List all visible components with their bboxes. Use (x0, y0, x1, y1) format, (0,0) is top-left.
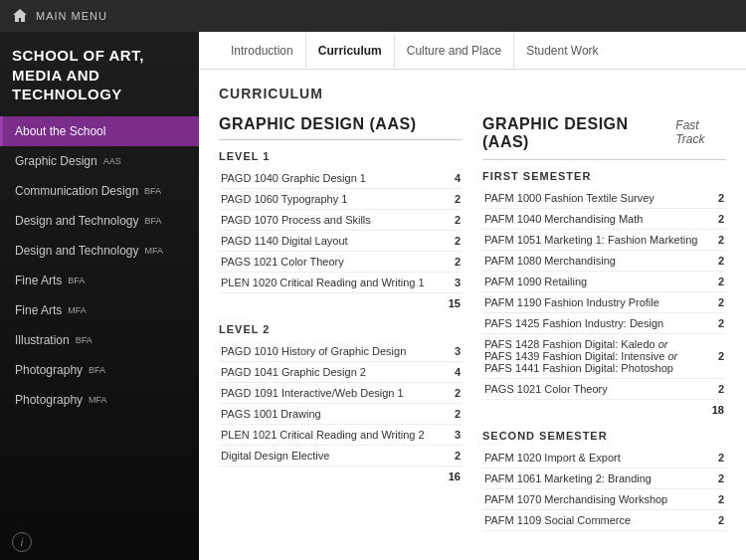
level2-total-row: 16 (219, 467, 463, 487)
tab-culture[interactable]: Culture and Place (395, 34, 514, 68)
table-row: PAFS 1425 Fashion Industry: Design 2 (482, 313, 726, 334)
sidebar-item-label: Illustration (15, 333, 70, 347)
sidebar-item-badge: BFA (89, 365, 105, 375)
table-row: PAFM 1051 Marketing 1: Fashion Marketing… (482, 230, 726, 251)
sidebar-item-design-tech-bfa[interactable]: Design and Technology BFA (0, 206, 199, 236)
level1-total-row: 15 (219, 293, 463, 314)
sidebar-item-fine-arts-mfa[interactable]: Fine Arts MFA (0, 295, 199, 325)
sidebar-item-design-tech-mfa[interactable]: Design and Technology MFA (0, 236, 199, 266)
table-row: PAFS 1428 Fashion Digital: Kaledo orPAFS… (482, 334, 726, 379)
sidebar-item-badge: BFA (76, 335, 93, 345)
table-row: PAFM 1190 Fashion Industry Profile 2 (482, 292, 726, 313)
sidebar-item-label: Photography (15, 363, 83, 377)
table-row: PAGS 1021 Color Theory 2 (219, 252, 463, 273)
table-row: PAFM 1061 Marketing 2: Branding 2 (482, 468, 726, 489)
table-row: PAGD 1091 Interactive/Web Design 1 2 (219, 383, 463, 404)
table-row: PAGD 1041 Graphic Design 2 4 (219, 362, 463, 383)
table-row: PAGS 1001 Drawing 2 (219, 404, 463, 425)
sidebar-item-label: Photography (15, 393, 83, 407)
page-content: CURRICULUM GRAPHIC DESIGN (AAS) LEVEL 1 … (199, 70, 746, 560)
sidebar-item-label: Communication Design (15, 184, 138, 198)
sidebar-item-about[interactable]: About the School (0, 116, 199, 146)
sidebar: SCHOOL OF ART, MEDIA AND TECHNOLOGY Abou… (0, 32, 199, 560)
table-row: PAGD 1060 Typography 1 2 (219, 189, 463, 210)
main-menu-button[interactable]: MAIN MENU (12, 8, 107, 24)
level2-table: PAGD 1010 History of Graphic Design 3 PA… (219, 341, 463, 486)
sidebar-info: i (0, 524, 199, 560)
sidebar-item-label: Design and Technology (15, 244, 139, 258)
top-bar: MAIN MENU (0, 0, 746, 32)
table-row: PAFM 1109 Social Commerce 2 (482, 510, 726, 531)
sidebar-item-communication-design[interactable]: Communication Design BFA (0, 176, 199, 206)
level2-title: LEVEL 2 (219, 323, 463, 335)
sidebar-item-badge: BFA (144, 186, 161, 196)
sidebar-item-illustration-bfa[interactable]: Illustration BFA (0, 325, 199, 355)
level1-title: LEVEL 1 (219, 150, 463, 162)
right-section-title: GRAPHIC DESIGN (AAS) (482, 115, 661, 151)
sidebar-nav: About the School Graphic Design AAS Comm… (0, 116, 199, 525)
school-title: SCHOOL OF ART, MEDIA AND TECHNOLOGY (0, 32, 199, 116)
table-row: PAFM 1040 Merchandising Math 2 (482, 209, 726, 230)
right-column: GRAPHIC DESIGN (AAS) Fast Track FIRST SE… (482, 115, 726, 535)
table-row: PAGD 1010 History of Graphic Design 3 (219, 341, 463, 362)
tab-bar: Introduction Curriculum Culture and Plac… (199, 32, 746, 70)
two-column-layout: GRAPHIC DESIGN (AAS) LEVEL 1 PAGD 1040 G… (219, 115, 726, 535)
table-row: PAFM 1000 Fashion Textile Survey 2 (482, 188, 726, 209)
table-row: PAGD 1040 Graphic Design 1 4 (219, 168, 463, 189)
sidebar-item-badge: BFA (145, 216, 162, 226)
table-row: PAFM 1080 Merchandising 2 (482, 251, 726, 272)
sidebar-item-badge: MFA (145, 246, 164, 256)
sidebar-item-badge: BFA (68, 276, 85, 285)
left-column: GRAPHIC DESIGN (AAS) LEVEL 1 PAGD 1040 G… (219, 115, 463, 535)
table-row: Digital Design Elective 2 (219, 446, 463, 467)
sidebar-item-label: Graphic Design (15, 154, 97, 168)
semester2-title: SECOND SEMESTER (482, 430, 726, 442)
tab-introduction[interactable]: Introduction (219, 34, 306, 68)
sidebar-item-photography-bfa[interactable]: Photography BFA (0, 355, 199, 385)
sidebar-item-badge: MFA (68, 305, 87, 315)
page-title: CURRICULUM (219, 86, 726, 101)
sidebar-item-badge: MFA (89, 395, 107, 405)
info-icon[interactable]: i (12, 532, 32, 552)
table-row: PAFM 1070 Merchandising Workshop 2 (482, 489, 726, 510)
table-row: PAGD 1140 Digital Layout 2 (219, 231, 463, 252)
sidebar-item-badge: AAS (103, 156, 121, 166)
content-area: Introduction Curriculum Culture and Plac… (199, 32, 746, 560)
table-row: PLEN 1020 Critical Reading and Writing 1… (219, 273, 463, 293)
tab-student-work[interactable]: Student Work (514, 34, 610, 68)
table-row: PAFM 1020 Import & Export 2 (482, 448, 726, 468)
sidebar-item-label: Design and Technology (15, 214, 139, 228)
right-section-subtitle: Fast Track (675, 118, 726, 146)
sidebar-item-graphic-design[interactable]: Graphic Design AAS (0, 146, 199, 176)
table-row: PLEN 1021 Critical Reading and Writing 2… (219, 425, 463, 446)
main-menu-label: MAIN MENU (36, 10, 107, 22)
sidebar-item-fine-arts-bfa[interactable]: Fine Arts BFA (0, 266, 199, 295)
semester1-title: FIRST SEMESTER (482, 170, 726, 182)
main-area: SCHOOL OF ART, MEDIA AND TECHNOLOGY Abou… (0, 32, 746, 560)
table-row: PAFM 1090 Retailing 2 (482, 272, 726, 292)
tab-curriculum[interactable]: Curriculum (306, 34, 395, 68)
sidebar-item-label: Fine Arts (15, 303, 62, 317)
section-divider (219, 139, 463, 140)
level1-table: PAGD 1040 Graphic Design 1 4 PAGD 1060 T… (219, 168, 463, 313)
home-icon (12, 8, 28, 24)
sidebar-item-photography-mfa[interactable]: Photography MFA (0, 385, 199, 415)
semester2-table: PAFM 1020 Import & Export 2 PAFM 1061 Ma… (482, 448, 726, 531)
left-section-title: GRAPHIC DESIGN (AAS) (219, 115, 463, 133)
table-row: PAGD 1070 Process and Skills 2 (219, 210, 463, 231)
section-divider-right (482, 159, 726, 160)
sidebar-item-label: About the School (15, 124, 105, 138)
table-row: PAGS 1021 Color Theory 2 (482, 379, 726, 400)
semester1-total-row: 18 (482, 400, 726, 421)
semester1-table: PAFM 1000 Fashion Textile Survey 2 PAFM … (482, 188, 726, 420)
sidebar-item-label: Fine Arts (15, 274, 62, 287)
